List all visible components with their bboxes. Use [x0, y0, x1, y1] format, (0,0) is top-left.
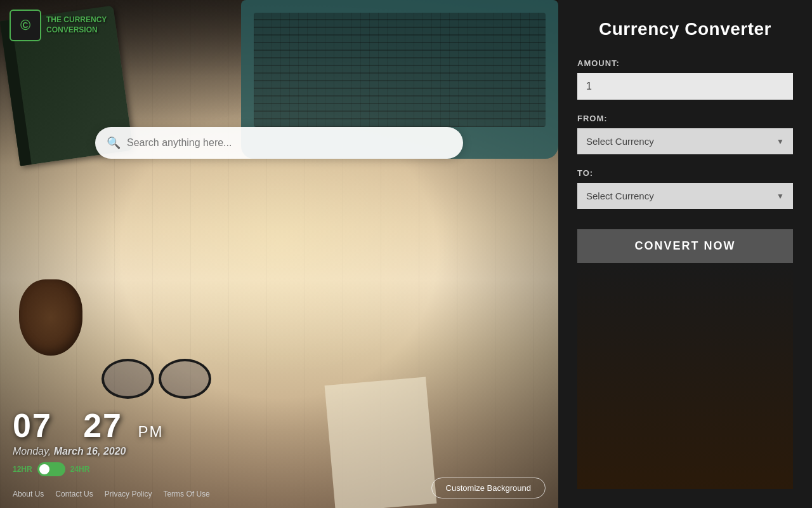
right-bottom-decoration	[577, 263, 793, 489]
glasses-decoration	[102, 359, 228, 397]
clock-area: 07 27 PM Monday, March 16, 2020 12HR 24H…	[13, 406, 163, 476]
footer-contact[interactable]: Contact Us	[55, 490, 93, 498]
footer-about[interactable]: About Us	[13, 490, 44, 498]
toggle-thumb	[39, 464, 49, 474]
to-field-group: TO: Select Currency USD - US Dollar EUR …	[577, 168, 793, 223]
clock-period: PM	[138, 423, 163, 440]
toggle-12hr-label: 12HR	[13, 465, 32, 474]
footer-privacy[interactable]: Privacy Policy	[105, 490, 152, 498]
pinecone-decoration	[19, 279, 82, 356]
to-label: TO:	[577, 168, 793, 178]
search-container: 🔍	[95, 127, 463, 159]
time-format-toggle[interactable]	[37, 462, 65, 476]
convert-now-button[interactable]: CONVERT NOW	[577, 229, 793, 263]
amount-label: AMOUNT:	[577, 58, 793, 68]
toggle-24hr-label: 24HR	[70, 465, 90, 474]
amount-input[interactable]	[577, 73, 793, 100]
from-label: FROM:	[577, 114, 793, 123]
converter-title: Currency Converter	[577, 19, 793, 39]
notepaper-decoration	[325, 377, 437, 508]
footer-links: About Us Contact Us Privacy Policy Terms…	[13, 490, 210, 498]
footer-terms[interactable]: Terms Of Use	[163, 490, 209, 498]
left-panel: © THE CURRENCYCONVERSION 🔍 07 27 PM Mond…	[0, 0, 558, 508]
from-currency-select[interactable]: Select Currency USD - US Dollar EUR - Eu…	[577, 128, 793, 154]
search-input[interactable]	[95, 127, 463, 159]
logo-text: THE CURRENCYCONVERSION	[46, 15, 107, 35]
logo[interactable]: © THE CURRENCYCONVERSION	[10, 10, 107, 41]
clock-date: Monday, March 16, 2020	[13, 446, 163, 457]
to-currency-select[interactable]: Select Currency USD - US Dollar EUR - Eu…	[577, 183, 793, 209]
right-panel: Currency Converter AMOUNT: FROM: Select …	[558, 0, 812, 508]
logo-icon: ©	[10, 10, 41, 41]
to-select-wrapper: Select Currency USD - US Dollar EUR - Eu…	[577, 183, 793, 209]
amount-field-group: AMOUNT:	[577, 58, 793, 114]
time-toggle: 12HR 24HR	[13, 462, 163, 476]
clock-minutes: 27	[83, 407, 122, 444]
from-field-group: FROM: Select Currency USD - US Dollar EU…	[577, 114, 793, 168]
from-select-wrapper: Select Currency USD - US Dollar EUR - Eu…	[577, 128, 793, 154]
clock-hours: 07	[13, 407, 52, 444]
clock-display: 07 27 PM	[13, 406, 163, 444]
search-icon: 🔍	[107, 136, 121, 150]
customize-background-button[interactable]: Customize Background	[431, 478, 546, 498]
